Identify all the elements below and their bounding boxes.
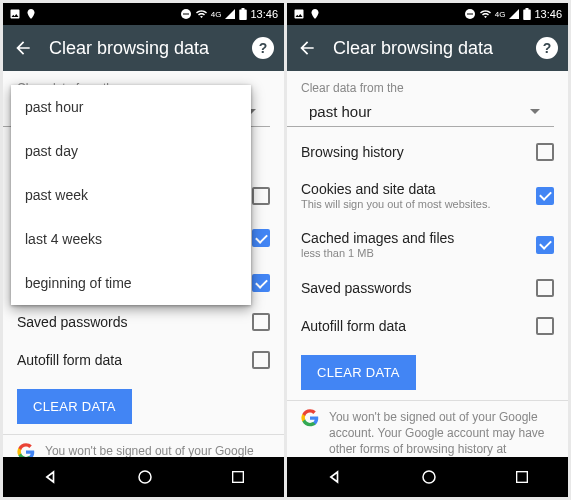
clear-data-button[interactable]: CLEAR DATA — [301, 355, 416, 390]
status-bar: 4G 13:46 — [3, 3, 284, 25]
checkbox-autofill[interactable] — [252, 351, 270, 369]
content-area: Clear data from the past hour Saved pass… — [3, 71, 284, 457]
help-icon[interactable]: ? — [536, 37, 558, 59]
status-bar: 4G 13:46 — [287, 3, 568, 25]
location-icon — [25, 8, 37, 20]
nav-bar — [3, 457, 284, 497]
app-bar: Clear browsing data ? — [287, 25, 568, 71]
chevron-down-icon — [530, 109, 540, 114]
section-label: Clear data from the — [287, 71, 568, 97]
opt-sub: This will sign you out of most websites. — [301, 198, 491, 210]
back-icon[interactable] — [297, 38, 317, 58]
checkbox-saved-passwords[interactable] — [252, 313, 270, 331]
dropdown-item[interactable]: past hour — [11, 85, 251, 129]
wifi-icon — [195, 8, 208, 20]
checkbox-cached[interactable] — [536, 236, 554, 254]
clear-data-button[interactable]: CLEAR DATA — [17, 389, 132, 424]
battery-icon — [239, 8, 247, 20]
opt-title: Browsing history — [301, 144, 404, 160]
checkbox-saved-passwords[interactable] — [536, 279, 554, 297]
signal-icon — [224, 8, 236, 20]
opt-title: Cached images and files — [301, 230, 454, 246]
clock-text: 13:46 — [534, 8, 562, 20]
nav-recent-icon[interactable] — [514, 469, 530, 485]
info-row: You won't be signed out of your Google a… — [287, 400, 568, 457]
svg-point-6 — [423, 471, 435, 483]
phone-right: 4G 13:46 Clear browsing data ? Clear dat… — [287, 3, 568, 497]
opt-saved-passwords[interactable]: Saved passwords — [287, 269, 568, 307]
svg-rect-1 — [183, 14, 189, 15]
opt-sub: less than 1 MB — [301, 247, 454, 259]
opt-title: Saved passwords — [17, 314, 128, 330]
opt-browsing-history[interactable]: Browsing history — [287, 133, 568, 171]
time-range-spinner[interactable]: past hour — [287, 97, 554, 127]
help-icon[interactable]: ? — [252, 37, 274, 59]
back-icon[interactable] — [13, 38, 33, 58]
battery-icon — [523, 8, 531, 20]
google-logo-icon — [17, 443, 35, 457]
svg-rect-7 — [517, 472, 528, 483]
google-logo-icon — [301, 409, 319, 427]
spinner-value: past hour — [309, 103, 372, 120]
app-bar: Clear browsing data ? — [3, 25, 284, 71]
opt-title: Autofill form data — [301, 318, 406, 334]
svg-point-2 — [139, 471, 151, 483]
dnd-icon — [180, 8, 192, 20]
network-label: 4G — [495, 10, 506, 19]
svg-rect-5 — [467, 14, 473, 15]
dropdown-item[interactable]: beginning of time — [11, 261, 251, 305]
checkbox-peeking-3[interactable] — [252, 274, 270, 292]
signal-icon — [508, 8, 520, 20]
photo-icon — [9, 8, 21, 20]
time-range-dropdown: past hour past day past week last 4 week… — [11, 85, 251, 305]
nav-bar — [287, 457, 568, 497]
location-icon — [309, 8, 321, 20]
nav-recent-icon[interactable] — [230, 469, 246, 485]
opt-title: Autofill form data — [17, 352, 122, 368]
photo-icon — [293, 8, 305, 20]
dnd-icon — [464, 8, 476, 20]
svg-rect-3 — [233, 472, 244, 483]
dropdown-item[interactable]: past week — [11, 173, 251, 217]
content-area: Clear data from the past hour Browsing h… — [287, 71, 568, 457]
opt-title: Saved passwords — [301, 280, 412, 296]
page-title: Clear browsing data — [49, 38, 236, 59]
opt-autofill[interactable]: Autofill form data — [3, 341, 284, 379]
dropdown-item[interactable]: last 4 weeks — [11, 217, 251, 261]
opt-cached[interactable]: Cached images and files less than 1 MB — [287, 220, 568, 269]
nav-home-icon[interactable] — [136, 468, 154, 486]
opt-title: Cookies and site data — [301, 181, 491, 197]
nav-back-icon[interactable] — [41, 467, 61, 487]
nav-back-icon[interactable] — [325, 467, 345, 487]
opt-saved-passwords[interactable]: Saved passwords — [3, 303, 284, 341]
dropdown-item[interactable]: past day — [11, 129, 251, 173]
page-title: Clear browsing data — [333, 38, 520, 59]
wifi-icon — [479, 8, 492, 20]
clock-text: 13:46 — [250, 8, 278, 20]
opt-autofill[interactable]: Autofill form data — [287, 307, 568, 345]
info-text: You won't be signed out of your Google a… — [329, 409, 554, 457]
network-label: 4G — [211, 10, 222, 19]
nav-home-icon[interactable] — [420, 468, 438, 486]
phone-left: 4G 13:46 Clear browsing data ? Clear dat… — [3, 3, 284, 497]
checkbox-cookies[interactable] — [536, 187, 554, 205]
checkbox-browsing-history[interactable] — [536, 143, 554, 161]
checkbox-peeking-1[interactable] — [252, 187, 270, 205]
info-row: You won't be signed out of your Google a… — [3, 434, 284, 457]
checkbox-peeking-2[interactable] — [252, 229, 270, 247]
opt-cookies[interactable]: Cookies and site data This will sign you… — [287, 171, 568, 220]
info-text: You won't be signed out of your Google a… — [45, 443, 270, 457]
checkbox-autofill[interactable] — [536, 317, 554, 335]
